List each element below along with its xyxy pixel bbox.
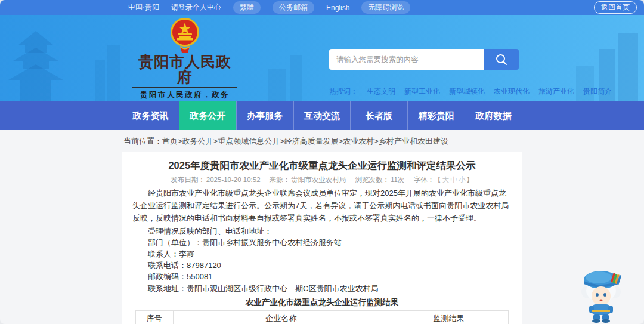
topbar-link-china-guiyang[interactable]: 中国·贵阳 (128, 2, 159, 13)
font-size-label: 字体：【 (414, 176, 441, 183)
site-name: 贵阳市人民政府 (131, 54, 239, 85)
skyline-building (95, 60, 105, 101)
skyline-building (107, 45, 120, 101)
site-logo-block[interactable]: 贵阳市人民政府 贵阳市人民政府．政务 www.guiyang.gov.cn (131, 17, 239, 101)
site-header-banner: 贵阳市人民政府 贵阳市人民政府．政务 www.guiyang.gov.cn 热搜… (0, 15, 644, 101)
nav-item-zhengwu-gongkai[interactable]: 政务公开 (179, 101, 236, 130)
source-value: 贵阳市农业农村局 (291, 176, 346, 183)
site-subtitle: 贵阳市人民政府．政务 (131, 90, 239, 100)
font-size-small[interactable]: 小 (459, 176, 466, 183)
mascot-assistant[interactable] (574, 263, 628, 323)
contact-phone-line: 联系电话：87987120 (132, 260, 512, 271)
top-utility-bar: 中国·贵阳 请登录个人中心 繁體 公务邮箱 English 无障碍浏览 返回首页 (0, 0, 644, 15)
nav-item-jingcai-guiyang[interactable]: 精彩贵阳 (407, 101, 465, 130)
font-size-large[interactable]: 大 (442, 176, 450, 183)
col-header-index: 序号 (136, 310, 174, 324)
topbar-link-traditional-chinese[interactable]: 繁體 (233, 1, 261, 14)
topbar-link-english[interactable]: English (326, 4, 349, 12)
hot-search-word[interactable]: 贵阳简介 (583, 87, 612, 97)
site-url: www.guiyang.gov.cn (131, 101, 239, 102)
breadcrumb-label: 当前位置： (123, 137, 162, 146)
col-header-result: 监测结果 (389, 310, 509, 324)
hot-search-word[interactable]: 新型工业化 (404, 87, 440, 97)
postal-code-line: 邮政编码：550081 (132, 271, 512, 282)
skyline-building (618, 33, 638, 101)
article-title: 2025年度贵阳市农业产业化市级重点龙头企业运行监测和评定结果公示 (132, 159, 512, 172)
search-bar (329, 49, 519, 70)
breadcrumb-trail[interactable]: 首页>政务公开>重点领域信息公开>经济高质量发展>农业农村>乡村产业和农田建设 (162, 137, 448, 146)
logo-divider (132, 87, 237, 88)
hot-search-word[interactable]: 生态文明 (367, 87, 395, 97)
font-size-medium[interactable]: 中 (450, 176, 457, 183)
search-button[interactable] (484, 49, 519, 70)
back-to-home-button[interactable]: 返回首页 (594, 1, 637, 14)
search-input[interactable] (329, 49, 484, 70)
font-size-bracket-close: 】 (466, 176, 473, 183)
hot-search-word[interactable]: 旅游产业化 (538, 87, 574, 97)
article-paragraph: 经贵阳市农业产业化市级重点龙头企业联席会议成员单位审定，现对2025年开展的农业… (132, 187, 512, 224)
pagoda-silhouette-icon (0, 30, 72, 101)
nav-item-zhangzheban[interactable]: 长者版 (350, 101, 407, 130)
browser-page: 中国·贵阳 请登录个人中心 繁體 公务邮箱 English 无障碍浏览 返回首页 (0, 0, 644, 324)
skyline-building (268, 69, 286, 101)
publish-date-label: 发布日期： (171, 176, 205, 183)
nav-item-zhengwu-zixun[interactable]: 政务资讯 (122, 101, 179, 130)
views-value: 11次 (391, 176, 404, 183)
search-icon (495, 53, 508, 66)
main-content: 当前位置：首页>政务公开>重点领域信息公开>经济高质量发展>农业农村>乡村产业和… (0, 130, 644, 324)
contact-department-line: 部门（单位）：贵阳市乡村振兴服务中心农村经济服务站 (132, 237, 512, 248)
views-label: 浏览次数： (355, 176, 390, 183)
article-meta: 发布日期：2025-10-20 10:52 来源：贵阳市农业农村局 浏览次数：1… (132, 175, 512, 184)
table-header-row: 序号 企业名称 监测结果 (136, 310, 509, 324)
nav-item-zhengfu-shuju[interactable]: 政府数据 (465, 101, 522, 130)
contact-address-line: 联系地址：贵阳市观山湖区市级行政中心二期C区贵阳市农业农村局 (132, 283, 512, 294)
col-header-company: 企业名称 (173, 310, 389, 324)
topbar-link-login-center[interactable]: 请登录个人中心 (171, 2, 221, 13)
skyline-building (290, 55, 302, 101)
breadcrumb: 当前位置：首页>政务公开>重点领域信息公开>经济高质量发展>农业农村>乡村产业和… (123, 136, 644, 147)
hot-search-label: 热搜词： (329, 87, 358, 97)
article-card: 2025年度贵阳市农业产业化市级重点龙头企业运行监测和评定结果公示 发布日期：2… (122, 152, 522, 324)
table-caption: 农业产业化市级重点龙头企业运行监测结果 (132, 297, 512, 308)
publish-date: 2025-10-20 10:52 (206, 176, 261, 183)
hot-search-word[interactable]: 农业现代化 (494, 87, 530, 97)
national-emblem-icon (170, 17, 200, 53)
nav-item-banshi-fuwu[interactable]: 办事服务 (236, 101, 293, 130)
source-label: 来源： (270, 176, 290, 183)
contact-person-line: 联系人：李霞 (132, 248, 512, 260)
topbar-link-official-mail[interactable]: 公务邮箱 (273, 1, 314, 14)
topbar-link-accessibility[interactable]: 无障碍浏览 (361, 1, 410, 14)
article-paragraph: 受理情况反映的部门、电话和地址： (132, 226, 512, 237)
primary-nav-bar: 政务资讯 政务公开 办事服务 互动交流 长者版 精彩贵阳 政府数据 (0, 101, 644, 130)
nav-item-hudong-jiaoliu[interactable]: 互动交流 (293, 101, 351, 130)
hot-search-word[interactable]: 新型城镇化 (449, 87, 485, 97)
hot-search-row: 热搜词： 生态文明 新型工业化 新型城镇化 农业现代化 旅游产业化 贵阳简介 (329, 87, 612, 97)
monitoring-result-table: 序号 企业名称 监测结果 1 贵州合力超市采购有限公司 合格 2 贵州友禾种业有… (135, 310, 509, 324)
